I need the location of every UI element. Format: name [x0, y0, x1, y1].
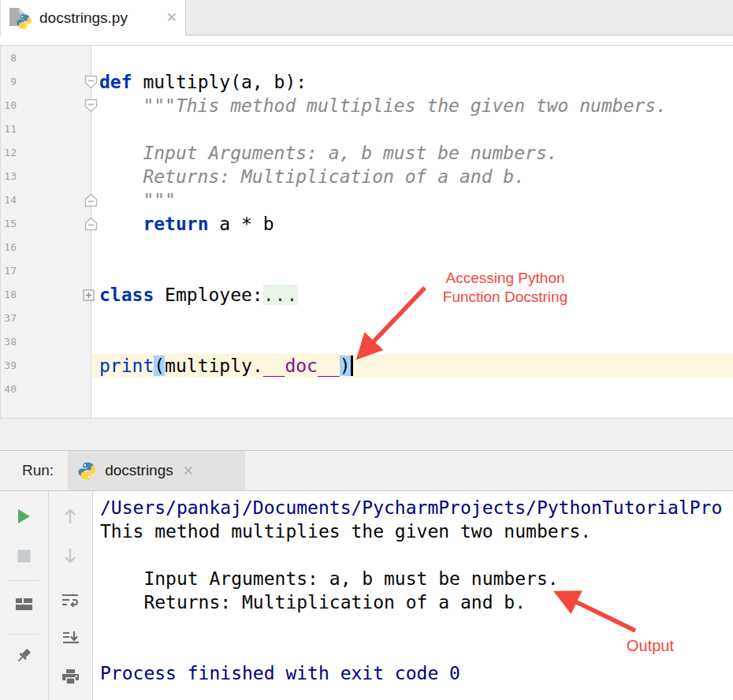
toolbar-divider [48, 491, 49, 700]
annotation-output-label: Output [597, 636, 703, 655]
console-line: Returns: Multiplication of a and b. [100, 590, 733, 614]
code-line-37[interactable] [92, 307, 733, 330]
scroll-to-end-icon[interactable] [61, 629, 80, 648]
code-segment: def [99, 72, 132, 92]
restore-layout-icon[interactable] [14, 595, 33, 614]
annotation-line-1: Accessing Python [407, 269, 604, 288]
console-line [100, 543, 733, 567]
code-segment: ... [263, 285, 299, 305]
python-icon [16, 13, 32, 30]
run-toolbar [0, 491, 93, 700]
tab-docstrings-py[interactable]: docstrings.py ✕ [0, 0, 186, 35]
editor-lines: def multiply(a, b): """This method multi… [92, 47, 733, 401]
code-line-12[interactable]: Input Arguments: a, b must be numbers. [92, 141, 733, 165]
editor-tab-bar: docstrings.py ✕ [0, 0, 733, 35]
editor-tab-title: docstrings.py [39, 9, 128, 27]
annotation-editor-note: Accessing Python Function Docstring [407, 269, 604, 307]
code-line-13[interactable]: Returns: Multiplication of a and b. [92, 165, 733, 188]
line-number[interactable]: 39 [1, 354, 17, 378]
code-segment: Input Arguments: a, b must be numbers. [99, 143, 558, 163]
code-segment: print [99, 356, 154, 376]
console-line: This method multiplies the given two num… [100, 519, 733, 543]
line-number[interactable]: 12 [1, 141, 17, 165]
gutter-numbers: 8910111213141516171837383940 [1, 47, 17, 401]
annotation-output-note: Output [597, 636, 703, 655]
code-segment: multiply(a, b): [132, 72, 307, 92]
line-number[interactable]: 14 [1, 188, 17, 212]
line-number[interactable]: 40 [1, 378, 17, 401]
editor-runpanel-splitter[interactable] [0, 418, 733, 451]
run-tab-docstrings[interactable]: docstrings ✕ [68, 451, 245, 490]
annotation-line-2: Function Docstring [407, 288, 604, 307]
code-segment: a * b [208, 214, 273, 234]
code-segment: """This method multiplies the given two … [99, 95, 667, 116]
editor[interactable]: 8910111213141516171837383940 def multipl… [0, 46, 733, 418]
code-segment: Employee: [154, 285, 262, 305]
text-caret [351, 356, 353, 376]
line-number[interactable]: 17 [1, 259, 17, 283]
console-line: Input Arguments: a, b must be numbers. [100, 567, 733, 590]
toolbar-separator [9, 580, 39, 581]
line-number[interactable]: 18 [1, 283, 17, 307]
code-segment: class [99, 285, 154, 305]
code-segment [99, 214, 143, 234]
editor-gutter[interactable]: 8910111213141516171837383940 [1, 46, 91, 418]
code-line-10[interactable]: """This method multiplies the given two … [92, 94, 733, 117]
printer-icon[interactable] [61, 668, 80, 687]
code-segment: multiply. [165, 356, 263, 376]
line-number[interactable]: 9 [1, 70, 17, 94]
code-segment: ( [154, 356, 165, 376]
navigate-down-icon [61, 546, 80, 565]
line-number[interactable]: 13 [1, 165, 17, 188]
code-line-38[interactable] [92, 330, 733, 354]
code-line-16[interactable] [92, 236, 733, 259]
line-number[interactable]: 37 [1, 307, 17, 330]
code-line-39[interactable]: print(multiply.__doc__) [92, 354, 733, 378]
code-line-11[interactable] [92, 117, 733, 141]
run-tab-title: docstrings [105, 462, 173, 479]
editor-top-gap [0, 35, 733, 46]
code-line-14[interactable]: """ [92, 188, 733, 212]
console-line [100, 614, 733, 638]
pin-icon[interactable] [14, 646, 33, 665]
line-number[interactable]: 16 [1, 236, 17, 259]
line-number[interactable]: 11 [1, 117, 17, 141]
console-output[interactable]: /Users/pankaj/Documents/PycharmProjects/… [93, 491, 733, 700]
line-number[interactable]: 15 [1, 212, 17, 236]
console-line: /Users/pankaj/Documents/PycharmProjects/… [100, 496, 733, 519]
code-line-40[interactable] [92, 378, 733, 401]
line-number[interactable]: 10 [1, 94, 17, 117]
console-line: Process finished with exit code 0 [100, 661, 733, 685]
code-segment: ) [340, 356, 351, 376]
close-icon[interactable]: ✕ [183, 463, 194, 479]
code-line-9[interactable]: def multiply(a, b): [92, 70, 733, 94]
navigate-up-icon [61, 507, 80, 526]
code-segment: __doc__ [263, 356, 340, 376]
line-number[interactable]: 38 [1, 330, 17, 354]
run-icon[interactable] [14, 507, 33, 526]
code-line-15[interactable]: return a * b [92, 212, 733, 236]
run-panel-label: Run: [22, 462, 54, 479]
toolbar-separator [9, 634, 39, 635]
stop-icon [14, 546, 33, 565]
run-console-area: /Users/pankaj/Documents/PycharmProjects/… [0, 491, 733, 700]
code-segment: """ [99, 190, 176, 210]
code-line-8[interactable] [92, 47, 733, 70]
code-segment: return [143, 214, 208, 234]
code-segment: Returns: Multiplication of a and b. [99, 166, 525, 187]
close-icon[interactable]: ✕ [166, 9, 177, 26]
soft-wrap-icon[interactable] [61, 591, 80, 610]
line-number[interactable]: 8 [1, 47, 17, 70]
run-panel-header: Run: docstrings ✕ [0, 451, 733, 491]
python-icon [77, 461, 97, 481]
python-file-icon [9, 7, 32, 29]
